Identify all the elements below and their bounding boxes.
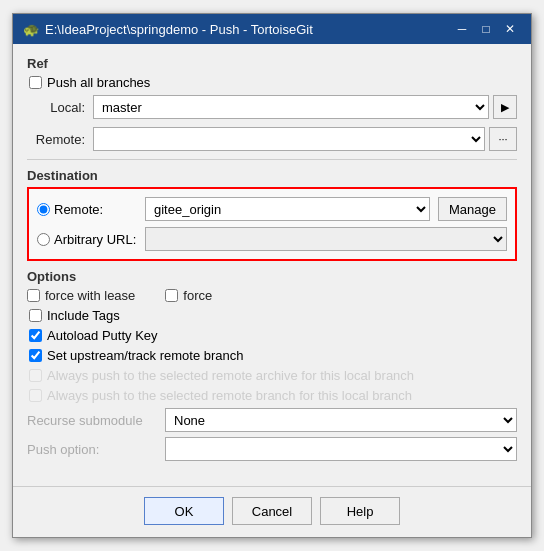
remote-label: Remote: xyxy=(27,132,85,147)
include-tags-checkbox[interactable] xyxy=(29,309,42,322)
force-with-lease-label: force with lease xyxy=(45,288,135,303)
local-label: Local: xyxy=(27,100,85,115)
titlebar-controls: ─ □ ✕ xyxy=(451,20,521,38)
remote-row: Remote: ··· xyxy=(27,127,517,151)
local-combo-wrapper: master ▶ xyxy=(93,95,517,119)
destination-group: Remote: gitee_origin Manage Arbitrary UR… xyxy=(27,187,517,261)
push-option-select[interactable] xyxy=(165,437,517,461)
recurse-submodule-row: Recurse submodule None xyxy=(27,408,517,432)
local-arrow-button[interactable]: ▶ xyxy=(493,95,517,119)
always-push-branch-row: Always push to the selected remote branc… xyxy=(29,388,517,403)
bottom-buttons-area: OK Cancel Help xyxy=(13,486,531,537)
options-row-1: force with lease force xyxy=(27,288,517,303)
autoload-putty-row: Autoload Putty Key xyxy=(29,328,517,343)
manage-button[interactable]: Manage xyxy=(438,197,507,221)
options-section-label: Options xyxy=(27,269,517,284)
close-button[interactable]: ✕ xyxy=(499,20,521,38)
ok-button[interactable]: OK xyxy=(144,497,224,525)
app-icon: 🐢 xyxy=(23,22,39,37)
force-with-lease-checkbox[interactable] xyxy=(27,289,40,302)
force-item: force xyxy=(165,288,212,303)
include-tags-label: Include Tags xyxy=(47,308,120,323)
arbitrary-url-radio[interactable] xyxy=(37,233,50,246)
destination-url-row: Arbitrary URL: xyxy=(37,227,507,251)
window-title: E:\IdeaProject\springdemo - Push - Torto… xyxy=(45,22,313,37)
force-with-lease-item: force with lease xyxy=(27,288,135,303)
include-tags-row: Include Tags xyxy=(29,308,517,323)
destination-remote-row: Remote: gitee_origin Manage xyxy=(37,197,507,221)
arbitrary-url-radio-label: Arbitrary URL: xyxy=(37,232,137,247)
always-push-archive-checkbox xyxy=(29,369,42,382)
set-upstream-row: Set upstream/track remote branch xyxy=(29,348,517,363)
main-window: 🐢 E:\IdeaProject\springdemo - Push - Tor… xyxy=(12,13,532,538)
remote-select[interactable] xyxy=(93,127,485,151)
recurse-submodule-label: Recurse submodule xyxy=(27,413,157,428)
minimize-button[interactable]: ─ xyxy=(451,20,473,38)
push-all-branches-row: Push all branches xyxy=(29,75,517,90)
remote-dots-button[interactable]: ··· xyxy=(489,127,517,151)
set-upstream-checkbox[interactable] xyxy=(29,349,42,362)
push-all-branches-checkbox[interactable] xyxy=(29,76,42,89)
options-section: Options force with lease force Include T… xyxy=(27,269,517,461)
local-select[interactable]: master xyxy=(93,95,489,119)
remote-radio-text: Remote: xyxy=(54,202,103,217)
push-option-row: Push option: xyxy=(27,437,517,461)
help-button[interactable]: Help xyxy=(320,497,400,525)
destination-section-label: Destination xyxy=(27,168,517,183)
push-all-branches-label: Push all branches xyxy=(47,75,150,90)
remote-radio-label: Remote: xyxy=(37,202,137,217)
titlebar-title-area: 🐢 E:\IdeaProject\springdemo - Push - Tor… xyxy=(23,22,313,37)
set-upstream-label: Set upstream/track remote branch xyxy=(47,348,244,363)
always-push-branch-label: Always push to the selected remote branc… xyxy=(47,388,412,403)
autoload-putty-label: Autoload Putty Key xyxy=(47,328,158,343)
autoload-putty-checkbox[interactable] xyxy=(29,329,42,342)
maximize-button[interactable]: □ xyxy=(475,20,497,38)
arbitrary-url-select[interactable] xyxy=(145,227,507,251)
force-checkbox[interactable] xyxy=(165,289,178,302)
ref-section-label: Ref xyxy=(27,56,517,71)
dialog-content: Ref Push all branches Local: master ▶ Re… xyxy=(13,44,531,478)
remote-combo-wrapper: ··· xyxy=(93,127,517,151)
divider-1 xyxy=(27,159,517,160)
always-push-archive-label: Always push to the selected remote archi… xyxy=(47,368,414,383)
remote-radio[interactable] xyxy=(37,203,50,216)
recurse-submodule-select[interactable]: None xyxy=(165,408,517,432)
remote-dest-select[interactable]: gitee_origin xyxy=(145,197,430,221)
local-row: Local: master ▶ xyxy=(27,95,517,119)
push-option-label: Push option: xyxy=(27,442,157,457)
titlebar: 🐢 E:\IdeaProject\springdemo - Push - Tor… xyxy=(13,14,531,44)
cancel-button[interactable]: Cancel xyxy=(232,497,312,525)
force-label: force xyxy=(183,288,212,303)
always-push-branch-checkbox xyxy=(29,389,42,402)
arbitrary-url-radio-text: Arbitrary URL: xyxy=(54,232,136,247)
always-push-archive-row: Always push to the selected remote archi… xyxy=(29,368,517,383)
